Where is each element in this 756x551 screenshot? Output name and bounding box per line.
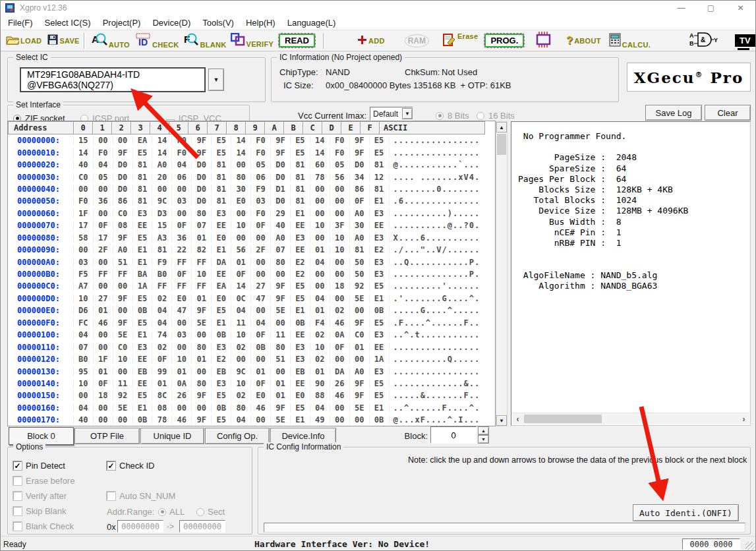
hex-byte-cell[interactable]: E5	[212, 148, 231, 158]
hex-byte-cell[interactable]: 9F	[113, 148, 133, 158]
hex-byte-cell[interactable]: 27	[251, 281, 271, 291]
hex-byte-cell[interactable]: FF	[172, 281, 192, 291]
hex-byte-cell[interactable]: 00	[251, 306, 271, 315]
hex-byte-cell[interactable]: F0	[94, 148, 113, 158]
hex-byte-cell[interactable]: 9F	[113, 318, 133, 328]
hex-byte-cell[interactable]: E5	[133, 148, 153, 158]
hex-row[interactable]: 000000D0:10279FE502E001E00C479FE504005EE…	[8, 293, 495, 304]
hex-byte-cell[interactable]: 07	[192, 221, 212, 230]
hex-row[interactable]: 00000030:C005D0812006D0818006D0817856341…	[8, 171, 495, 183]
hex-byte-cell[interactable]: E3	[370, 270, 390, 279]
menu-tools-v[interactable]: Tools(V)	[196, 16, 240, 30]
hex-byte-cell[interactable]: 01	[231, 258, 251, 267]
hex-row[interactable]: 00000160:04005EE10800000B80469FE504005EE…	[8, 402, 495, 414]
hex-vertical-scrollbar[interactable]: ▲ ▼	[496, 121, 508, 426]
hex-byte-cell[interactable]: E3	[370, 367, 390, 376]
add-button[interactable]: ADD	[357, 35, 385, 47]
hex-byte-cell[interactable]: 00	[271, 270, 291, 279]
hex-byte-cell[interactable]: 9F	[192, 136, 212, 145]
hex-row[interactable]: 00000020:4004D081A004D0810005D0816005D08…	[8, 159, 495, 171]
hex-byte-cell[interactable]: 3F	[330, 221, 350, 230]
hex-byte-cell[interactable]: 01	[94, 306, 113, 315]
hex-byte-cell[interactable]: 80	[271, 343, 291, 352]
hex-byte-cell[interactable]: 9F	[350, 136, 370, 145]
hex-byte-cell[interactable]: E3	[212, 209, 231, 218]
menu-language-l[interactable]: Language(L)	[281, 16, 342, 30]
hex-byte-cell[interactable]: 02	[310, 355, 330, 364]
hex-byte-cell[interactable]: 0F	[94, 379, 113, 388]
hex-byte-cell[interactable]: 1F	[94, 355, 113, 364]
hex-byte-cell[interactable]: 10	[310, 221, 330, 230]
hex-row[interactable]: 000000E0:D601000B04479FE504005EE10102000…	[8, 304, 495, 316]
hex-byte-cell[interactable]: 0B	[370, 306, 390, 315]
hex-byte-cell[interactable]: 04	[310, 258, 330, 267]
hex-byte-cell[interactable]: EE	[370, 221, 390, 230]
hex-byte-cell[interactable]: 00	[251, 355, 271, 364]
hex-byte-cell[interactable]: 04	[231, 415, 251, 424]
hex-byte-cell[interactable]: 02	[310, 330, 330, 339]
hex-byte-cell[interactable]: D0	[113, 185, 133, 194]
hex-byte-cell[interactable]: 04	[310, 403, 330, 413]
hex-byte-cell[interactable]: 80	[231, 403, 251, 413]
hex-byte-cell[interactable]: 46	[251, 403, 271, 413]
hex-byte-cell[interactable]: 9F	[350, 318, 370, 328]
hex-byte-cell[interactable]: 00	[152, 185, 172, 194]
hex-byte-cell[interactable]: 2F	[251, 245, 271, 254]
hex-byte-cell[interactable]: D0	[192, 196, 212, 206]
hex-byte-cell[interactable]: 82	[192, 245, 212, 254]
chip-test-button[interactable]	[535, 32, 553, 49]
hex-byte-cell[interactable]: E1	[291, 209, 310, 218]
hex-byte-cell[interactable]: 14	[231, 148, 251, 158]
minimize-button[interactable]: —	[666, 1, 696, 15]
hex-byte-cell[interactable]: 81	[212, 160, 231, 169]
hex-byte-cell[interactable]: 06	[251, 173, 271, 182]
hex-byte-cell[interactable]: 17	[74, 221, 94, 230]
hex-byte-cell[interactable]: F0	[330, 136, 350, 145]
hex-byte-cell[interactable]: 81	[133, 173, 153, 182]
hex-byte-cell[interactable]: 49	[310, 415, 330, 424]
hex-byte-cell[interactable]: E3	[133, 343, 153, 352]
hex-byte-cell[interactable]: F0	[172, 136, 192, 145]
hex-byte-cell[interactable]: FF	[94, 270, 113, 279]
hex-byte-cell[interactable]: 00	[94, 258, 113, 267]
hex-byte-cell[interactable]: 34	[350, 173, 370, 182]
hex-row[interactable]: 00000170:4000000B78469FE504005EE14900000…	[8, 414, 495, 426]
hex-byte-cell[interactable]: EE	[133, 379, 153, 388]
hex-byte-cell[interactable]: 00	[172, 318, 192, 328]
hex-byte-cell[interactable]: 0B	[133, 306, 153, 315]
hex-byte-cell[interactable]: 01	[350, 343, 370, 352]
hex-byte-cell[interactable]: D0	[113, 173, 133, 182]
hex-byte-cell[interactable]: 00	[330, 209, 350, 218]
close-button[interactable]: ✕	[726, 1, 755, 15]
hex-byte-cell[interactable]: EA	[133, 136, 153, 145]
hex-byte-cell[interactable]: E5	[370, 391, 390, 400]
hex-byte-cell[interactable]: 00	[94, 185, 113, 194]
hex-byte-cell[interactable]: 81	[370, 185, 390, 194]
resize-grip[interactable]	[745, 542, 755, 551]
hex-byte-cell[interactable]: 00	[113, 367, 133, 376]
hex-byte-cell[interactable]: EE	[291, 245, 310, 254]
hex-byte-cell[interactable]: DA	[212, 258, 231, 267]
hex-byte-cell[interactable]: 00	[350, 355, 370, 364]
hex-byte-cell[interactable]: 86	[350, 185, 370, 194]
hex-byte-cell[interactable]: E1	[370, 196, 390, 206]
hex-byte-cell[interactable]: 03	[172, 330, 192, 339]
hex-row[interactable]: 00000100:04005EE17403000B100F11EE020AC0E…	[8, 329, 495, 341]
hex-byte-cell[interactable]: FF	[152, 281, 172, 291]
hex-byte-cell[interactable]: 22	[172, 245, 192, 254]
hex-row[interactable]: 00000110:0700C0E3020080E3020B80E3100F01E…	[8, 341, 495, 353]
hex-byte-cell[interactable]: 00	[113, 136, 133, 145]
hex-byte-cell[interactable]: 05	[330, 160, 350, 169]
hex-byte-cell[interactable]: E1	[133, 258, 153, 267]
hex-byte-cell[interactable]: 30	[350, 221, 370, 230]
hex-byte-cell[interactable]: 9F	[192, 306, 212, 315]
hex-byte-cell[interactable]: 36	[172, 233, 192, 243]
hex-byte-cell[interactable]: 04	[74, 403, 94, 413]
hex-byte-cell[interactable]: F0	[172, 148, 192, 158]
hex-byte-cell[interactable]: EE	[133, 355, 153, 364]
hex-byte-cell[interactable]: 0A	[172, 379, 192, 388]
hex-byte-cell[interactable]: 0C	[231, 294, 251, 303]
menu-device-d[interactable]: Device(D)	[146, 16, 196, 30]
save-button[interactable]: SAVE	[47, 34, 79, 47]
hex-byte-cell[interactable]: 46	[330, 391, 350, 400]
